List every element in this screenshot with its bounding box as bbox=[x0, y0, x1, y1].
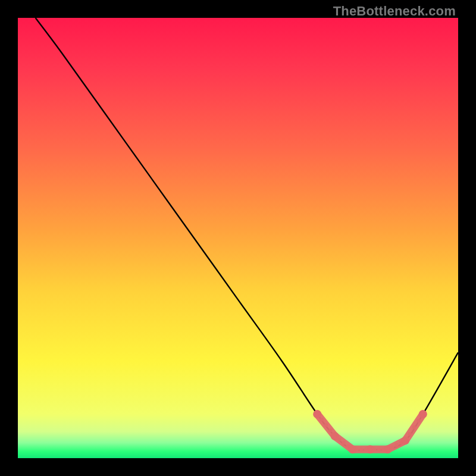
highlight-bead bbox=[346, 444, 350, 447]
highlight-bead bbox=[403, 439, 407, 442]
highlight-bead bbox=[381, 447, 385, 451]
highlight-bead bbox=[368, 447, 372, 451]
highlight-bead bbox=[408, 432, 411, 436]
highlight-bead bbox=[328, 429, 332, 433]
highlight-bead bbox=[355, 447, 359, 451]
plot-area bbox=[18, 18, 458, 458]
highlight-bead bbox=[324, 423, 328, 427]
highlight-bead bbox=[364, 447, 367, 451]
highlight-bead bbox=[342, 441, 345, 444]
highlight-bead bbox=[416, 419, 420, 422]
highlight-bead bbox=[359, 447, 363, 451]
highlight-bead bbox=[394, 443, 398, 447]
highlight-bead bbox=[399, 441, 403, 444]
highlight-bead bbox=[386, 447, 389, 451]
chart-svg bbox=[18, 18, 458, 458]
highlight-bead bbox=[421, 412, 425, 416]
highlight-bead bbox=[337, 437, 341, 441]
highlight-bead bbox=[377, 447, 381, 451]
highlight-bead bbox=[350, 447, 354, 451]
highlight-bead bbox=[320, 418, 323, 421]
highlight-bead bbox=[315, 412, 319, 416]
highlight-bead bbox=[333, 434, 337, 438]
highlight-bead bbox=[390, 445, 394, 449]
highlight-bead bbox=[412, 425, 416, 429]
watermark-text: TheBottleneck.com bbox=[333, 4, 456, 19]
chart-frame bbox=[18, 18, 458, 458]
highlight-bead bbox=[372, 447, 376, 451]
